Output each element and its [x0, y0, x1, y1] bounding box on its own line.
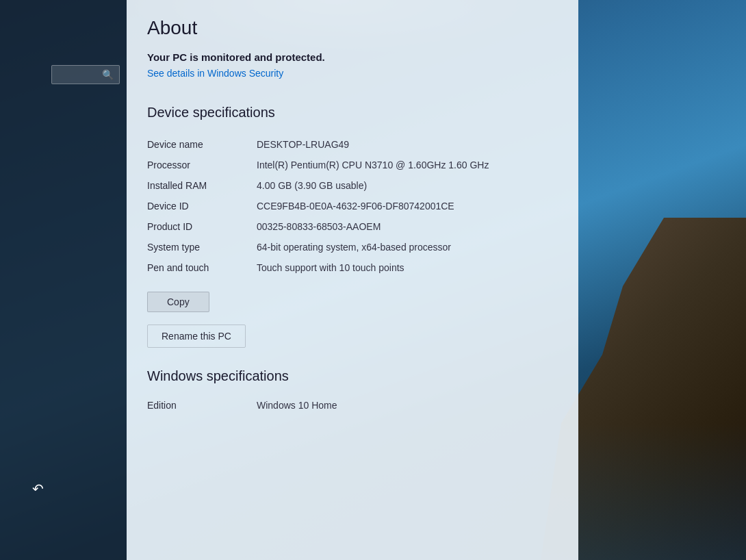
- page-title: About: [147, 17, 558, 39]
- windows-spec-table: Edition Windows 10 Home: [147, 395, 558, 416]
- spec-row: Product ID 00325-80833-68503-AAOEM: [147, 216, 558, 237]
- spec-row: Device ID CCE9FB4B-0E0A-4632-9F06-DF8074…: [147, 196, 558, 216]
- spec-label: System type: [147, 237, 257, 257]
- windows-specs-section-title: Windows specifications: [147, 368, 558, 384]
- spec-value: Touch support with 10 touch points: [257, 257, 558, 278]
- security-link[interactable]: See details in Windows Security: [147, 68, 283, 79]
- spec-row: System type 64-bit operating system, x64…: [147, 237, 558, 257]
- spec-value: CCE9FB4B-0E0A-4632-9F06-DF80742001CE: [257, 196, 558, 216]
- spec-label: Installed RAM: [147, 175, 257, 196]
- spec-label: Device name: [147, 134, 257, 155]
- spec-table: Device name DESKTOP-LRUAG49 Processor In…: [147, 134, 558, 278]
- spec-row: Device name DESKTOP-LRUAG49: [147, 134, 558, 155]
- device-specs-section-title: Device specifications: [147, 105, 558, 120]
- spec-value: 64-bit operating system, x64-based proce…: [257, 237, 558, 257]
- windows-spec-value: Windows 10 Home: [257, 395, 558, 416]
- rename-pc-button[interactable]: Rename this PC: [147, 324, 246, 348]
- spec-value: Intel(R) Pentium(R) CPU N3710 @ 1.60GHz …: [257, 155, 558, 175]
- spec-label: Device ID: [147, 196, 257, 216]
- spec-label: Processor: [147, 155, 257, 175]
- content-panel: About Your PC is monitored and protected…: [127, 0, 578, 560]
- search-icon: 🔍: [102, 69, 114, 80]
- sidebar: 🔍: [0, 0, 127, 560]
- windows-spec-row: Edition Windows 10 Home: [147, 395, 558, 416]
- spec-row: Pen and touch Touch support with 10 touc…: [147, 257, 558, 278]
- spec-value: 4.00 GB (3.90 GB usable): [257, 175, 558, 196]
- spec-value: 00325-80833-68503-AAOEM: [257, 216, 558, 237]
- spec-row: Installed RAM 4.00 GB (3.90 GB usable): [147, 175, 558, 196]
- spec-row: Processor Intel(R) Pentium(R) CPU N3710 …: [147, 155, 558, 175]
- windows-spec-label: Edition: [147, 395, 257, 416]
- spec-label: Pen and touch: [147, 257, 257, 278]
- copy-button[interactable]: Copy: [147, 292, 209, 312]
- security-status-text: Your PC is monitored and protected.: [147, 51, 558, 63]
- spec-value: DESKTOP-LRUAG49: [257, 134, 558, 155]
- spec-label: Product ID: [147, 216, 257, 237]
- search-box[interactable]: 🔍: [51, 65, 120, 84]
